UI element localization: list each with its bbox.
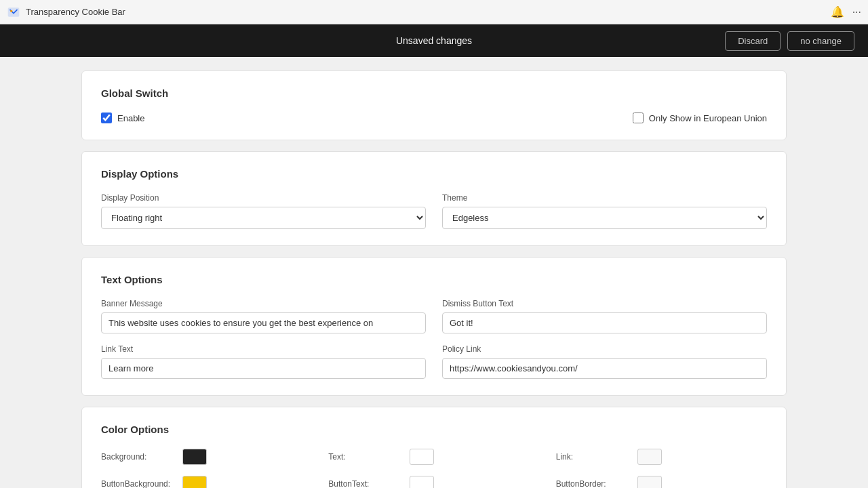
main-content: Global Switch Enable Only Show in Europe… (0, 57, 868, 488)
discard-button[interactable]: Discard (725, 31, 781, 51)
enable-label: Enable (117, 113, 144, 123)
link-color-label: Link: (556, 452, 631, 462)
unsaved-changes-bar: Unsaved changes Discard no change (0, 24, 868, 57)
theme-group: Theme Edgeless Classic Minimal (442, 193, 767, 229)
eu-checkbox-item: Only Show in European Union (633, 113, 767, 123)
dismiss-button-text-label: Dismiss Button Text (442, 299, 767, 308)
eu-checkbox[interactable] (633, 113, 644, 123)
global-switch-card: Global Switch Enable Only Show in Europe… (81, 70, 787, 140)
position-select[interactable]: Floating right Floating left Top Bottom (101, 207, 426, 229)
text-options-row1: Banner Message Dismiss Button Text (101, 299, 767, 333)
button-text-color-item: ButtonText: (328, 476, 539, 488)
banner-message-group: Banner Message (101, 299, 426, 333)
text-options-card: Text Options Banner Message Dismiss Butt… (81, 257, 787, 396)
button-text-color-label: ButtonText: (328, 479, 403, 488)
more-options-icon[interactable]: ··· (852, 6, 861, 18)
background-color-item: Background: (101, 449, 312, 465)
unsaved-changes-text: Unsaved changes (396, 35, 472, 46)
display-options-row: Display Position Floating right Floating… (101, 193, 767, 229)
title-bar: Transparency Cookie Bar 🔔 ··· (0, 0, 868, 24)
text-color-item: Text: (328, 449, 539, 465)
dismiss-button-text-input[interactable] (442, 312, 767, 333)
button-border-color-label: ButtonBorder: (556, 479, 631, 488)
color-options-title: Color Options (101, 424, 767, 435)
button-text-color-swatch[interactable] (410, 476, 434, 488)
text-color-label: Text: (328, 452, 403, 462)
global-switch-title: Global Switch (101, 87, 767, 99)
global-switch-row: Enable Only Show in European Union (101, 113, 767, 123)
background-color-swatch[interactable] (182, 449, 207, 465)
plugin-icon (7, 5, 20, 19)
button-border-color-swatch[interactable] (637, 476, 662, 488)
enable-checkbox-item: Enable (101, 113, 144, 123)
link-text-label: Link Text (101, 344, 426, 354)
notification-icon[interactable]: 🔔 (831, 5, 844, 18)
title-bar-actions: 🔔 ··· (831, 5, 861, 18)
dismiss-button-text-group: Dismiss Button Text (442, 299, 767, 333)
position-group: Display Position Floating right Floating… (101, 193, 426, 229)
unsaved-bar-buttons: Discard no change (725, 31, 854, 51)
app-title: Transparency Cookie Bar (26, 7, 125, 17)
text-options-row2: Link Text Policy Link (101, 344, 767, 379)
svg-point-1 (10, 9, 12, 12)
button-border-color-item: ButtonBorder: (556, 476, 767, 488)
policy-link-group: Policy Link (442, 344, 767, 379)
theme-label: Theme (442, 193, 767, 203)
color-options-card: Color Options Background: Text: Link: Bu… (81, 407, 787, 488)
color-grid: Background: Text: Link: ButtonBackground… (101, 449, 767, 488)
policy-link-label: Policy Link (442, 344, 767, 354)
button-background-color-label: ButtonBackground: (101, 479, 176, 488)
banner-message-label: Banner Message (101, 299, 426, 308)
banner-message-input[interactable] (101, 312, 426, 333)
display-options-title: Display Options (101, 168, 767, 180)
button-background-color-item: ButtonBackground: (101, 476, 312, 488)
text-color-swatch[interactable] (410, 449, 434, 465)
link-color-swatch[interactable] (637, 449, 662, 465)
button-background-color-swatch[interactable] (182, 476, 207, 488)
text-options-title: Text Options (101, 274, 767, 285)
link-color-item: Link: (556, 449, 767, 465)
background-color-label: Background: (101, 452, 176, 462)
policy-link-input[interactable] (442, 358, 767, 379)
link-text-input[interactable] (101, 358, 426, 379)
svg-rect-0 (8, 7, 20, 16)
position-label: Display Position (101, 193, 426, 203)
no-change-button[interactable]: no change (787, 31, 854, 51)
theme-select[interactable]: Edgeless Classic Minimal (442, 207, 767, 229)
display-options-card: Display Options Display Position Floatin… (81, 151, 787, 246)
eu-label: Only Show in European Union (649, 113, 767, 123)
enable-checkbox[interactable] (101, 113, 112, 123)
link-text-group: Link Text (101, 344, 426, 379)
